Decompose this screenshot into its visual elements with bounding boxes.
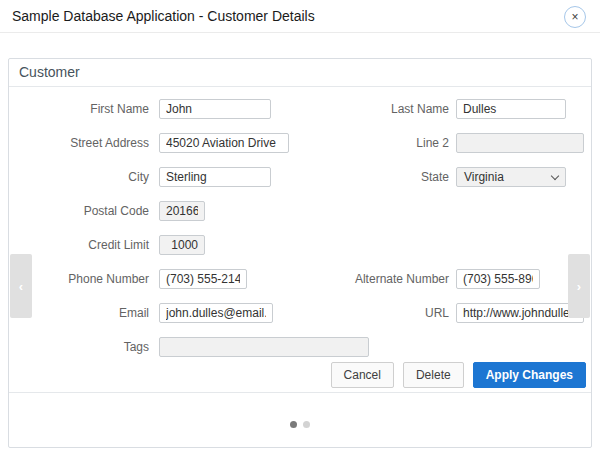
apply-changes-button[interactable]: Apply Changes xyxy=(473,362,586,388)
customer-details-dialog: Sample Database Application - Customer D… xyxy=(0,0,600,453)
form-row: City State Virginia xyxy=(9,167,591,187)
form-row: Credit Limit xyxy=(9,235,591,255)
customer-region: Customer ‹ › First Name Last Name Street… xyxy=(8,58,592,448)
form-row: Email URL xyxy=(9,303,591,323)
region-title: Customer xyxy=(9,59,591,87)
first-name-input[interactable] xyxy=(159,99,271,119)
dialog-body: Customer ‹ › First Name Last Name Street… xyxy=(0,33,600,453)
form: First Name Last Name Street Address Line… xyxy=(9,87,591,394)
line2-label: Line 2 xyxy=(309,136,456,150)
credit-limit-input[interactable] xyxy=(159,235,205,255)
state-selected-value: Virginia xyxy=(464,170,504,184)
street-address-input[interactable] xyxy=(159,133,289,153)
chevron-down-icon xyxy=(551,171,559,179)
state-label: State xyxy=(309,170,456,184)
carousel-dot[interactable] xyxy=(303,421,310,428)
form-row: Postal Code xyxy=(9,201,591,221)
last-name-input[interactable] xyxy=(456,99,566,119)
city-label: City xyxy=(9,170,159,184)
street-address-label: Street Address xyxy=(9,136,159,150)
carousel-next-icon[interactable]: › xyxy=(568,254,590,318)
state-select[interactable]: Virginia xyxy=(456,167,566,187)
city-input[interactable] xyxy=(159,167,271,187)
url-label: URL xyxy=(309,306,456,320)
form-row: Tags xyxy=(9,337,591,357)
close-icon[interactable]: × xyxy=(564,6,586,28)
alternate-number-label: Alternate Number xyxy=(309,272,456,286)
carousel-pagination xyxy=(9,392,591,447)
delete-button[interactable]: Delete xyxy=(403,362,464,388)
carousel-dot-active[interactable] xyxy=(290,421,297,428)
carousel-prev-icon[interactable]: ‹ xyxy=(10,254,32,318)
dialog-header: Sample Database Application - Customer D… xyxy=(0,0,600,33)
form-row: Street Address Line 2 xyxy=(9,133,591,153)
credit-limit-label: Credit Limit xyxy=(9,238,159,252)
last-name-label: Last Name xyxy=(309,102,456,116)
dialog-title: Sample Database Application - Customer D… xyxy=(12,8,315,24)
tags-label: Tags xyxy=(9,340,159,354)
phone-number-input[interactable] xyxy=(159,269,247,289)
button-bar: Cancel Delete Apply Changes xyxy=(9,362,591,388)
email-input[interactable] xyxy=(159,303,273,323)
postal-code-input[interactable] xyxy=(159,201,205,221)
postal-code-label: Postal Code xyxy=(9,204,159,218)
tags-input[interactable] xyxy=(159,337,369,357)
url-input[interactable] xyxy=(456,303,584,323)
cancel-button[interactable]: Cancel xyxy=(331,362,394,388)
line2-input[interactable] xyxy=(456,133,584,153)
form-row: Phone Number Alternate Number xyxy=(9,269,591,289)
form-row: First Name Last Name xyxy=(9,99,591,119)
alternate-number-input[interactable] xyxy=(456,269,540,289)
first-name-label: First Name xyxy=(9,102,159,116)
